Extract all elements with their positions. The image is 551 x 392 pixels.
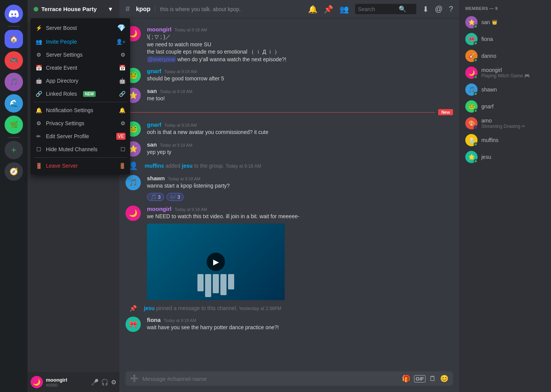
system-message-text: muffins added jesu to the group. Today a… bbox=[145, 163, 261, 169]
discord-home-button[interactable] bbox=[5, 5, 23, 23]
message-text: yep yep ty bbox=[147, 149, 453, 156]
gift-icon[interactable]: 🎁 bbox=[402, 374, 410, 383]
user-panel: 🌙 moongirl #0000 🎤 🎧 ⚙ bbox=[28, 372, 119, 392]
message-content: san Today at 9:18 AM me too! bbox=[147, 88, 453, 103]
server-divider-2 bbox=[8, 137, 20, 138]
server-icon-2[interactable]: 🎮 bbox=[5, 51, 23, 70]
member-avatar-muffins: 🧁 bbox=[465, 134, 478, 146]
status-dot bbox=[474, 159, 478, 163]
menu-item-app-directory[interactable]: 🤖 App Directory 🤖 bbox=[31, 74, 130, 87]
server-icon-5[interactable]: 🌿 bbox=[5, 116, 23, 134]
reaction-1[interactable]: 🎵 3 bbox=[147, 193, 164, 201]
message-text: me too! bbox=[147, 95, 453, 103]
message-timestamp: Today at 9:18 AM bbox=[165, 123, 197, 127]
menu-item-edit-server-profile[interactable]: ✏ Edit Server Profile VE bbox=[31, 130, 130, 143]
add-server-button[interactable]: + bbox=[5, 141, 23, 159]
member-avatar-amo: 🎨 bbox=[465, 117, 478, 129]
members-icon[interactable]: 👥 bbox=[339, 5, 349, 14]
message-timestamp: Today at 9:18 AM bbox=[174, 28, 207, 32]
notification-settings-icon: 🔔 bbox=[35, 107, 42, 114]
message-content: moongirl Today at 9:18 AM \( ; ▽ ; )／ we… bbox=[147, 26, 453, 63]
mute-button[interactable]: 🎤 bbox=[91, 379, 99, 386]
member-item-amo[interactable]: 🎨 amo Streaming Drawing ✏ bbox=[462, 115, 548, 132]
reaction-2[interactable]: 🎶 3 bbox=[166, 193, 184, 201]
member-avatar-san: ⭐ bbox=[465, 16, 478, 28]
status-dot bbox=[474, 92, 478, 96]
settings-icon-right: ⚙ bbox=[121, 52, 126, 58]
download-icon[interactable]: ⬇ bbox=[422, 5, 429, 14]
leave-icon-right: 🚪 bbox=[119, 163, 126, 169]
search-box[interactable]: 🔍 bbox=[355, 4, 416, 14]
message-text: wait have you see the harry potter dance… bbox=[147, 324, 453, 332]
mention-icon[interactable]: @ bbox=[435, 5, 443, 13]
member-item-fiona[interactable]: 🎀 fiona bbox=[462, 31, 548, 47]
member-item-danno[interactable]: 🎸 danno bbox=[462, 47, 548, 64]
leave-server-icon: 🚪 bbox=[35, 162, 42, 169]
server-icon-4[interactable]: 🌊 bbox=[5, 94, 23, 113]
video-embed[interactable]: ▶ bbox=[147, 224, 285, 300]
menu-item-leave-server[interactable]: 🚪 Leave Server 🚪 bbox=[31, 159, 130, 172]
member-name: san 👑 bbox=[481, 19, 497, 25]
member-item-gnarf[interactable]: 🐸 gnarf bbox=[462, 98, 548, 115]
sticker-button[interactable]: 🗒 bbox=[429, 375, 436, 383]
member-item-shawn[interactable]: 🎵 shawn bbox=[462, 81, 548, 98]
menu-item-server-boost[interactable]: ⚡ Server Boost 💎 bbox=[31, 21, 130, 35]
message-timestamp: Today at 9:18 AM bbox=[165, 69, 197, 74]
new-badge: New bbox=[438, 109, 453, 115]
menu-item-notification-settings[interactable]: 🔔 Notification Settings 🔔 bbox=[31, 104, 130, 117]
edit-icon-right: VE bbox=[116, 133, 126, 140]
message-timestamp: Today at 9:18 AM bbox=[168, 176, 201, 181]
deafen-button[interactable]: 🎧 bbox=[101, 379, 109, 386]
menu-item-hide-muted-channels[interactable]: ☐ Hide Muted Channels ☐ bbox=[31, 143, 130, 156]
emoji-button[interactable]: 😊 bbox=[440, 374, 448, 383]
menu-divider-1 bbox=[34, 102, 127, 102]
gif-button[interactable]: GIF bbox=[414, 375, 425, 382]
messages-container: 🌙 moongirl Today at 9:18 AM \( ; ▽ ; )／ … bbox=[119, 18, 459, 371]
status-dot bbox=[474, 58, 478, 62]
status-dot bbox=[474, 142, 478, 146]
message-group: ⭐ san Today at 9:18 AM me too! bbox=[126, 86, 453, 105]
member-item-muffins[interactable]: 🧁 muffins bbox=[462, 132, 548, 149]
menu-item-create-event[interactable]: 📅 Create Event 📅 bbox=[31, 61, 130, 74]
member-item-san[interactable]: ⭐ san 👑 bbox=[462, 14, 548, 31]
search-input[interactable] bbox=[358, 6, 396, 12]
add-content-button[interactable]: ➕ bbox=[130, 374, 139, 383]
pinned-text: jesu pinned a message to this channel. Y… bbox=[144, 305, 281, 311]
menu-item-privacy-settings[interactable]: ⚙ Privacy Settings ⚙ bbox=[31, 117, 130, 130]
member-name: shawn bbox=[481, 87, 497, 93]
member-avatar-danno: 🎸 bbox=[465, 50, 478, 62]
boost-icon[interactable]: 📌 bbox=[324, 5, 333, 14]
help-icon[interactable]: ? bbox=[449, 5, 453, 13]
video-play-button[interactable]: ▶ bbox=[207, 253, 225, 271]
chat-area: # kpop this is where you talk. about kpo… bbox=[119, 0, 459, 392]
member-item-jesu[interactable]: 🌟 jesu bbox=[462, 149, 548, 165]
server-header[interactable]: Terrace House Party ▼ bbox=[28, 0, 119, 18]
status-dot-streaming bbox=[474, 126, 478, 129]
menu-item-server-settings[interactable]: ⚙ Server Settings ⚙ bbox=[31, 48, 130, 61]
invite-people-icon: 👥 bbox=[35, 38, 42, 45]
explore-public-servers-button[interactable]: 🧭 bbox=[5, 162, 23, 181]
member-avatar-moongirl: 🌙 bbox=[465, 67, 478, 79]
message-input[interactable] bbox=[142, 376, 398, 382]
message-input-area: ➕ 🎁 GIF 🗒 😊 bbox=[119, 371, 459, 392]
avatar: 🎵 bbox=[126, 175, 141, 190]
menu-item-linked-roles[interactable]: 🔗 Linked Roles NEW 🔗 bbox=[31, 87, 130, 100]
new-badge: NEW bbox=[83, 91, 96, 97]
message-timestamp: Today at 9:18 AM bbox=[160, 89, 192, 94]
bell-icon[interactable]: 🔔 bbox=[308, 5, 318, 14]
member-item-moongirl[interactable]: 🌙 moongirl Playing Witch Game 🎮 bbox=[462, 64, 548, 81]
divider-line bbox=[126, 112, 435, 113]
server-icon-3[interactable]: 🎵 bbox=[5, 73, 23, 91]
message-text: we need to watch more SU bbox=[147, 41, 453, 49]
message-content: gnarf Today at 9:18 AM should be good to… bbox=[147, 68, 453, 83]
notif-icon-right: 🔔 bbox=[119, 107, 126, 113]
menu-item-invite-people[interactable]: 👥 Invite People 👤+ bbox=[31, 35, 130, 48]
server-settings-icon: ⚙ bbox=[35, 51, 42, 58]
server-icon-terrace-house[interactable]: 🏠 bbox=[5, 30, 23, 48]
member-name: fiona bbox=[481, 36, 493, 42]
channel-sidebar: Terrace House Party ▼ ⚡ Server Boost 💎 👥 bbox=[28, 0, 119, 392]
user-avatar: 🌙 bbox=[31, 376, 43, 388]
app-directory-icon: 🤖 bbox=[35, 77, 42, 84]
search-icon: 🔍 bbox=[399, 5, 406, 13]
user-settings-button[interactable]: ⚙ bbox=[111, 379, 116, 386]
